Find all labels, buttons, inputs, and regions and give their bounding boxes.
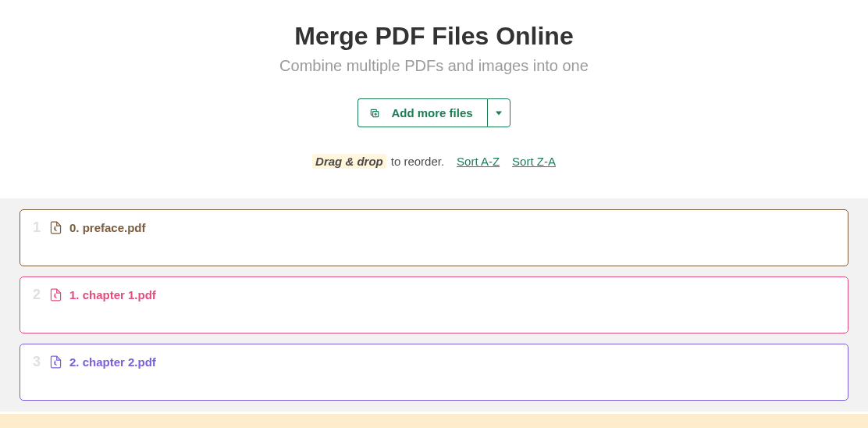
file-name: 0. preface.pdf (69, 221, 146, 234)
drag-drop-hint: Drag & drop (312, 154, 386, 169)
to-reorder-text: to reorder. (391, 155, 444, 168)
reorder-bar: Drag & drop to reorder. Sort A-Z Sort Z-… (0, 154, 868, 169)
file-index: 1 (31, 219, 42, 236)
caret-down-icon (496, 110, 502, 116)
file-index: 2 (31, 287, 42, 303)
pdf-file-icon (50, 355, 62, 369)
add-more-files-dropdown[interactable] (487, 98, 510, 127)
file-row[interactable]: 21. chapter 1.pdf (20, 276, 848, 333)
sort-az-link[interactable]: Sort A-Z (457, 155, 500, 168)
pdf-file-icon (50, 288, 62, 301)
file-name: 1. chapter 1.pdf (69, 288, 156, 301)
footer-bar (0, 414, 868, 428)
copy-icon (369, 108, 380, 119)
file-name: 2. chapter 2.pdf (69, 355, 156, 369)
pdf-file-icon (50, 221, 62, 234)
file-row[interactable]: 32. chapter 2.pdf (20, 344, 848, 401)
add-more-files-label: Add more files (391, 106, 472, 119)
page-title: Merge PDF Files Online (0, 22, 868, 51)
page-subtitle: Combine multiple PDFs and images into on… (0, 57, 868, 75)
files-list: 10. preface.pdf21. chapter 1.pdf32. chap… (0, 198, 868, 412)
sort-za-link[interactable]: Sort Z-A (512, 155, 556, 168)
file-index: 3 (31, 354, 42, 370)
add-more-files-button[interactable]: Add more files (358, 98, 486, 127)
file-row[interactable]: 10. preface.pdf (20, 209, 848, 266)
